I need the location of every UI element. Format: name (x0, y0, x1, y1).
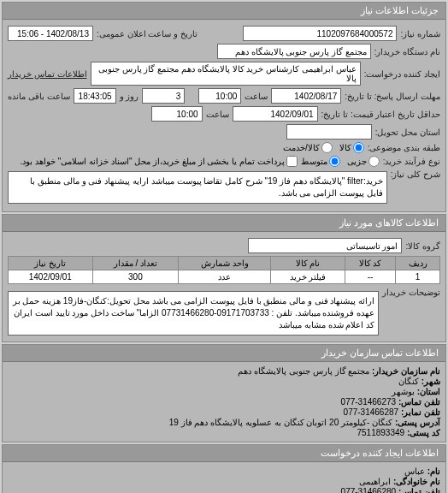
td-row: 1 (396, 270, 440, 284)
fax-value: 31466287-077 (344, 407, 399, 417)
validity-time-field: 10:00 (151, 106, 203, 122)
td-date: 1402/09/01 (9, 270, 93, 284)
family-value: ابراهیمی (359, 477, 391, 486)
postal-label: کد پستی: (407, 428, 440, 437)
buyer-org-field: مجتمع گاز پارس جنوبی پالایشگاه دهم (217, 44, 371, 59)
phone2-label: تلفن تماس: (398, 487, 440, 493)
pay-radio-1[interactable]: جزیی (347, 156, 380, 167)
requester-contact-panel: اطلاعات ایجاد کننده درخواست نام: عباس نا… (2, 444, 446, 493)
org-value: مجتمع گاز پارس جنوبی پالایشگاه دهم (238, 366, 369, 376)
th-row: ردیف (396, 257, 440, 270)
goods-info-panel: اطلاعات کالاهای مورد نیاز گروه کالا: امو… (2, 214, 446, 342)
province-label: استان: (417, 387, 440, 396)
name-value: عباس (404, 466, 425, 476)
niaz-number-field: 1102097684000572 (243, 26, 397, 41)
phone-value: 31466273-077 (341, 397, 397, 407)
time-label-1: ساعت (245, 92, 268, 101)
buyer-notes-box: ارائه پیشنهاد فنی و مالی منطبق با فایل پ… (8, 291, 379, 336)
group-field: امور تاسیساتی (248, 238, 402, 253)
org-label: نام سازمان خریدار: (372, 366, 440, 376)
deadline-label: مهلت ارسال پاسخ: تا تاریخ: (345, 92, 440, 101)
hours-left-label: ساعت باقی مانده (8, 92, 70, 101)
pay-radio-2[interactable]: متوسط (301, 156, 340, 167)
table-header-row: ردیف کد کالا نام کالا واحد شمارش تعداد /… (9, 257, 440, 270)
general-desc-label: شرح کلی نیاز: (391, 169, 440, 179)
budget-label: طبقه بندی موضوعی: (368, 143, 440, 152)
buyer-contact-panel: اطلاعات تماس سازمان خریدار نام سازمان خر… (2, 344, 446, 443)
pay-note-checkbox[interactable]: پرداخت تمام یا بخشی از مبلغ خرید،از محل … (20, 156, 297, 167)
phone-label: تلفن تماس: (398, 397, 440, 407)
th-name: نام کالا (271, 257, 345, 270)
fax-label: تلفن نمابر: (401, 407, 440, 417)
th-unit: واحد شمارش (179, 257, 271, 270)
delivery-location-label: استان محل تحویل: (375, 128, 440, 137)
public-date-label: تاریخ و ساعت اعلان عمومی: (97, 29, 197, 39)
deadline-date-field: 1402/08/17 (271, 88, 341, 104)
requester-label: ایجاد کننده درخواست: (364, 69, 440, 79)
name-label: نام: (427, 466, 440, 476)
address-label: آدرس پستی: (395, 418, 440, 427)
pay-radio-group: جزیی متوسط (301, 156, 380, 167)
buyer-contact-link[interactable]: اطلاعات تماس خریدار (8, 69, 87, 79)
time-label-2: ساعت (206, 110, 229, 119)
td-code: -- (345, 270, 396, 284)
need-details-panel: جزئیات اطلاعات نیاز شماره نیاز: 11020976… (2, 2, 446, 212)
budget-radio-group: کالا کالا/خدمت (283, 142, 364, 153)
family-label: نام خانوادگی: (393, 477, 440, 486)
niaz-number-label: شماره نیاز: (400, 29, 440, 39)
city-label: شهر: (421, 377, 440, 386)
panel4-header: اطلاعات ایجاد کننده درخواست (3, 445, 445, 462)
budget-radio-kala[interactable]: کالا (339, 142, 364, 153)
goods-table: ردیف کد کالا نام کالا واحد شمارش تعداد /… (8, 256, 440, 284)
panel3-header: اطلاعات تماس سازمان خریدار (3, 345, 445, 362)
phone2-value: 31466280-077 (341, 487, 397, 493)
validity-date-field: 1402/09/01 (233, 106, 318, 122)
deadline-time-field: 10:00 (198, 88, 241, 104)
pay-type-label: نوع فرآیند خرید: (383, 157, 440, 166)
budget-radio-service[interactable]: کالا/خدمت (283, 142, 333, 153)
days-field: 3 (142, 88, 185, 104)
requester-field: عباس ابراهیمی کارشناس خرید کالا پالایشگا… (91, 62, 361, 86)
td-unit: عدد (179, 270, 271, 284)
postal-value: 7511893349 (357, 428, 404, 437)
hours-left-field: 18:43:05 (74, 88, 116, 104)
address-value: کنگان -کیلومتر 20 اتوبان کنگان به عسلویه… (169, 418, 392, 427)
panel2-header: اطلاعات کالاهای مورد نیاز (3, 215, 445, 232)
th-qty: تعداد / مقدار (92, 257, 179, 270)
td-name: فیلتر خرید (271, 270, 345, 284)
notes-label: توضیحات خریدار (382, 288, 440, 297)
panel1-header: جزئیات اطلاعات نیاز (3, 3, 445, 20)
general-desc-box: خرید:filter "پالایشگاه دهم فاز 19" شرح ک… (8, 171, 387, 204)
th-code: کد کالا (345, 257, 396, 270)
validity-label: حداقل تاریخ اعتبار قیمت: تا تاریخ: (321, 110, 440, 119)
group-label: گروه کالا: (405, 241, 440, 251)
province-value: بوشهر (392, 387, 415, 396)
days-label: روز و (120, 92, 139, 101)
city-value: کنگان (398, 377, 419, 386)
table-row[interactable]: 1 -- فیلتر خرید عدد 300 1402/09/01 (9, 270, 440, 284)
td-qty: 300 (92, 270, 179, 284)
public-date-field: 1402/08/13 - 15:06 (8, 26, 93, 41)
th-date: تاریخ نیاز (9, 257, 93, 270)
delivery-location-field (286, 124, 372, 140)
buyer-org-label: نام دستگاه خریدار: (374, 47, 440, 56)
